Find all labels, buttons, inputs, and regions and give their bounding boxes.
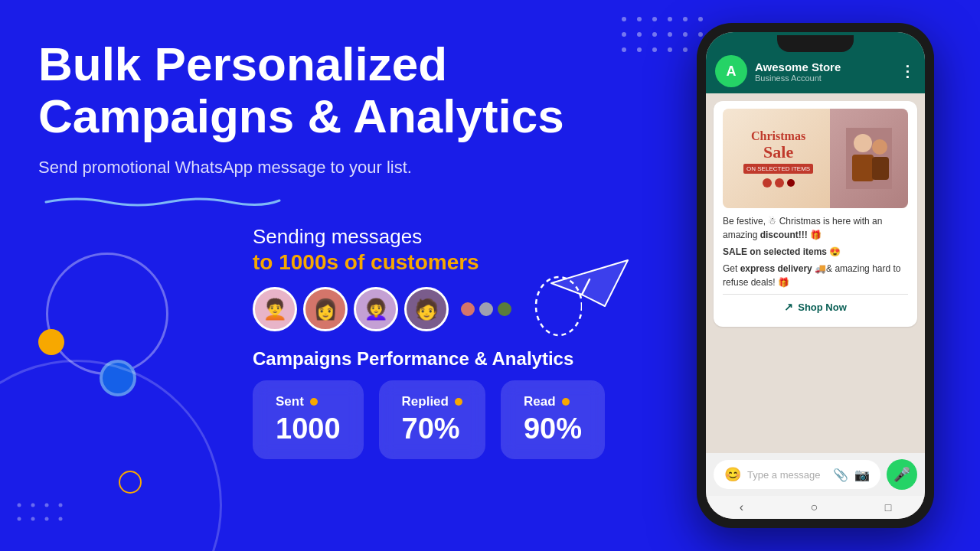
photo-collage [830, 109, 908, 208]
svg-point-18 [18, 504, 21, 507]
square-icon: □ [885, 501, 891, 514]
stat-replied: Replied 70% [379, 380, 485, 459]
christmas-text: Christmas [751, 129, 805, 143]
svg-point-6 [622, 32, 626, 37]
page-subtitle: Send promotional WhatsApp message to you… [38, 158, 574, 178]
stat-replied-value: 70% [402, 412, 462, 445]
svg-point-10 [683, 32, 688, 37]
avatar-2: 👩 [303, 287, 348, 331]
stat-read-label: Read [524, 394, 556, 409]
extra-dot-1 [461, 302, 475, 316]
phone-notch [777, 35, 854, 52]
avatar-4: 🧑 [404, 287, 449, 331]
extra-dot-3 [498, 302, 511, 316]
svg-point-2 [652, 17, 657, 21]
svg-rect-31 [852, 155, 874, 181]
stat-read-value: 90% [524, 412, 582, 445]
svg-point-21 [59, 504, 63, 507]
wa-info: Awesome Store Business Account [755, 60, 892, 83]
wa-input-area: 😊 Type a message 📎 📷 🎤 [706, 453, 925, 496]
svg-point-7 [637, 32, 642, 37]
svg-point-25 [59, 517, 63, 521]
shop-now-label: Shop Now [798, 302, 847, 313]
wa-status: Business Account [755, 73, 892, 83]
stat-replied-dot [455, 398, 462, 406]
svg-point-24 [45, 517, 49, 521]
svg-point-32 [872, 139, 887, 155]
emoji-icon: 😊 [724, 466, 741, 483]
page-title: Bulk Personalized Campaigns & Analytics [38, 38, 574, 142]
wa-menu-icon[interactable]: ⋮ [900, 62, 916, 80]
stat-sent-dot [310, 398, 318, 406]
camera-icon: 📷 [854, 468, 870, 482]
stat-sent-value: 1000 [276, 412, 341, 445]
svg-point-14 [652, 47, 657, 52]
wa-input-box[interactable]: 😊 Type a message 📎 📷 [714, 460, 880, 489]
svg-point-20 [45, 504, 49, 507]
avatars-row: 🧑‍🦱 👩 👩‍🦱 🧑 [253, 287, 574, 331]
wa-input-placeholder[interactable]: Type a message [747, 469, 827, 481]
svg-point-15 [668, 47, 672, 52]
avatar-3: 👩‍🦱 [354, 287, 398, 331]
stat-read: Read 90% [501, 380, 605, 459]
wa-avatar: A [715, 55, 747, 87]
sending-highlight: to 1000s of customers [253, 250, 574, 275]
svg-point-4 [683, 17, 688, 21]
avatar-1: 🧑‍🦱 [253, 287, 297, 331]
stat-sent-label: Sent [276, 394, 304, 409]
svg-point-16 [683, 47, 688, 52]
stat-replied-label: Replied [402, 394, 449, 409]
message-bubble: Christmas Sale ON SELECTED ITEMS [714, 101, 917, 327]
svg-point-12 [622, 47, 626, 52]
svg-point-22 [18, 517, 21, 521]
svg-point-30 [854, 134, 872, 152]
on-selected-text: ON SELECTED ITEMS [743, 164, 813, 174]
mic-button[interactable]: 🎤 [887, 459, 917, 490]
phone-mockup: A Awesome Store Business Account ⋮ Chris… [697, 23, 934, 528]
message-text-1: Be festive, ☃ Christmas is here with an … [723, 214, 908, 242]
extra-dot-2 [479, 302, 493, 316]
wa-name: Awesome Store [755, 60, 892, 73]
svg-point-13 [637, 47, 642, 52]
back-icon: ‹ [740, 500, 743, 514]
external-link-icon: ↗ [784, 301, 793, 313]
svg-point-1 [637, 17, 642, 21]
svg-point-5 [698, 17, 703, 21]
message-text-3: Get express delivery 🚚& amazing hard to … [723, 262, 908, 289]
attachment-icon: 📎 [833, 468, 848, 482]
svg-point-19 [31, 504, 35, 507]
shop-now-button[interactable]: ↗ Shop Now [723, 294, 908, 319]
svg-point-3 [668, 17, 672, 21]
stats-row: Sent 1000 Replied 70% Read 90% [253, 380, 574, 459]
christmas-sale-text: Sale [763, 142, 793, 162]
message-text-2: SALE on selected items 😍 [723, 245, 908, 259]
home-icon: ○ [811, 500, 818, 514]
svg-point-8 [652, 32, 657, 37]
stat-sent: Sent 1000 [253, 380, 364, 459]
mic-icon: 🎤 [893, 466, 910, 483]
svg-point-9 [668, 32, 672, 37]
analytics-title: Campaigns Performance & Analytics [253, 348, 574, 370]
svg-point-23 [31, 517, 35, 521]
stat-read-dot [562, 398, 570, 406]
chat-area: Christmas Sale ON SELECTED ITEMS [706, 93, 925, 453]
promo-image: Christmas Sale ON SELECTED ITEMS [723, 109, 908, 208]
svg-line-27 [582, 279, 590, 295]
svg-point-0 [622, 17, 626, 21]
svg-rect-33 [872, 157, 889, 180]
sending-label: Sending messages [253, 225, 574, 249]
